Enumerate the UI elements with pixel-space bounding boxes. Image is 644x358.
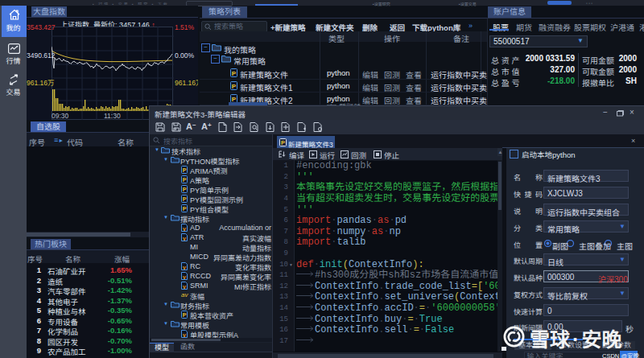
svg-text:P: P [183, 167, 187, 173]
svg-text:P: P [183, 187, 187, 192]
svg-text:v: v [183, 331, 186, 337]
svg-text:v: v [183, 274, 186, 279]
svg-text:P: P [183, 206, 187, 212]
svg-text:P: P [232, 83, 237, 90]
svg-text:v: v [183, 264, 186, 270]
svg-text:P: P [183, 312, 187, 318]
svg-text:v: v [183, 235, 186, 241]
svg-text:P: P [183, 177, 187, 183]
svg-text:P: P [281, 139, 285, 146]
svg-text:v: v [183, 283, 186, 289]
svg-text:P: P [183, 196, 187, 202]
svg-text:v: v [183, 225, 186, 231]
svg-text:P: P [232, 70, 237, 77]
